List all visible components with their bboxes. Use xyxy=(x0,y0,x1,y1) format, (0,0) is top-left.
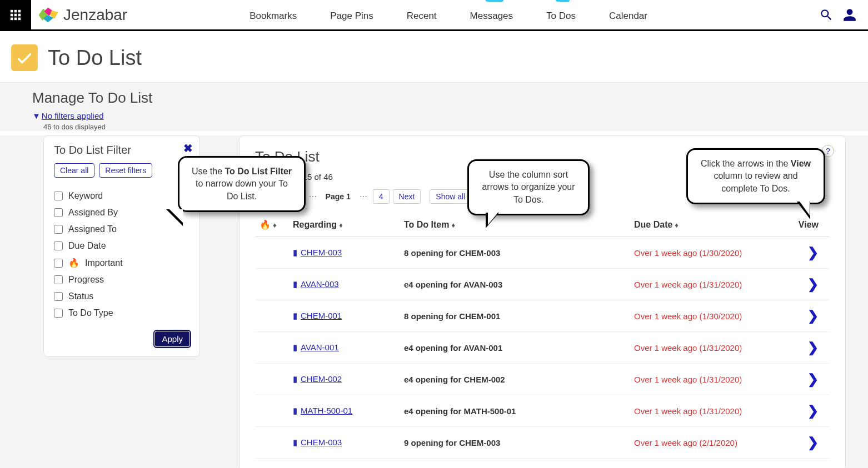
sort-icon[interactable]: ♦ xyxy=(339,221,343,229)
chk-assigned-to[interactable] xyxy=(54,225,63,234)
lbl-keyword: Keyword xyxy=(68,191,103,201)
filter-panel: ✖ To Do List Filter Clear all Reset filt… xyxy=(43,135,200,357)
nav-bookmarks[interactable]: Bookmarks xyxy=(250,11,297,31)
nav-messages[interactable]: 156Messages xyxy=(470,11,513,31)
content-row: ✖ To Do List Filter Clear all Reset filt… xyxy=(0,135,868,468)
close-filter-icon[interactable]: ✖ xyxy=(183,142,193,155)
chk-progress[interactable] xyxy=(54,275,63,284)
lbl-due-date: Due Date xyxy=(68,241,106,251)
book-icon: ▮ xyxy=(293,311,297,320)
top-nav: Jenzabar Bookmarks Page Pins Recent 156M… xyxy=(0,0,868,31)
search-icon[interactable] xyxy=(819,8,834,22)
view-arrow-icon[interactable]: ❯ xyxy=(785,427,830,459)
table-row: ▮MATH-500-01e4 opening for MATH-500-01Ov… xyxy=(255,395,830,427)
reset-filters-button[interactable]: Reset filters xyxy=(99,163,152,178)
todo-item-text: e4 opening for AVAN-003 xyxy=(400,269,630,300)
due-date-text: Over 1 week ago (1/30/2020) xyxy=(630,300,785,332)
lbl-important: Important xyxy=(85,258,123,268)
chk-status[interactable] xyxy=(54,292,63,301)
view-arrow-icon[interactable]: ❯ xyxy=(785,300,830,332)
filter-list: Keyword Assigned By Assigned To Due Date… xyxy=(54,188,189,321)
col-due-date[interactable]: Due Date♦ xyxy=(630,214,785,237)
book-icon: ▮ xyxy=(293,248,297,257)
nav-recent[interactable]: Recent xyxy=(407,11,437,31)
table-row: ▮CHEM-0039 opening for CHEM-003Over 1 we… xyxy=(255,427,830,459)
todo-item-text: 8 opening for CHEM-001 xyxy=(400,300,630,332)
regarding-link[interactable]: CHEM-003 xyxy=(301,248,342,257)
main-panel: ? To Do List Viewing 1 to 15 of 46 Prev … xyxy=(239,135,846,468)
chk-assigned-by[interactable] xyxy=(54,208,63,217)
svg-rect-1 xyxy=(14,9,17,12)
logo[interactable]: Jenzabar xyxy=(38,4,127,26)
no-filters-link[interactable]: No filters applied xyxy=(42,111,104,120)
regarding-link[interactable]: CHEM-003 xyxy=(301,437,342,447)
regarding-link[interactable]: CHEM-001 xyxy=(301,311,342,320)
table-row: ▮AVAN-001e4 opening for AVAN-001Over 1 w… xyxy=(255,332,830,364)
chk-todo-type[interactable] xyxy=(54,309,63,318)
nav-todos[interactable]: 42To Dos xyxy=(546,11,576,31)
svg-rect-0 xyxy=(11,9,13,12)
funnel-icon: ▼ xyxy=(32,111,41,120)
sort-icon[interactable]: ♦ xyxy=(675,221,679,229)
col-todo-item[interactable]: To Do Item♦ xyxy=(400,214,630,237)
book-icon: ▮ xyxy=(293,406,297,415)
col-regarding[interactable]: Regarding♦ xyxy=(288,214,400,237)
apps-button[interactable] xyxy=(0,0,31,31)
pager-next[interactable]: Next xyxy=(393,189,421,204)
book-icon: ▮ xyxy=(293,343,297,352)
subhead: Manage To Do List xyxy=(0,89,868,111)
due-date-text: Over 1 week ago (1/31/2020) xyxy=(630,332,785,364)
due-date-text: Over 1 week ago (1/31/2020) xyxy=(630,269,785,300)
logo-text: Jenzabar xyxy=(63,6,127,24)
col-important-icon[interactable]: 🔥 xyxy=(260,220,271,229)
nav-calendar[interactable]: Calendar xyxy=(609,11,647,31)
badge-messages: 156 xyxy=(486,0,503,2)
show-all-button[interactable]: Show all xyxy=(430,189,471,204)
sort-icon[interactable]: ♦ xyxy=(273,221,277,229)
book-icon: ▮ xyxy=(293,437,297,447)
nav-page-pins[interactable]: Page Pins xyxy=(330,11,373,31)
svg-rect-3 xyxy=(11,13,13,16)
clear-all-button[interactable]: Clear all xyxy=(54,163,94,178)
badge-todos: 42 xyxy=(556,0,570,2)
view-arrow-icon[interactable]: ❯ xyxy=(785,395,830,427)
book-icon: ▮ xyxy=(293,279,297,289)
lbl-todo-type: To Do Type xyxy=(68,308,113,318)
callout-view: Click the arrows in the View column to r… xyxy=(686,148,825,204)
nav-links: Bookmarks Page Pins Recent 156Messages 4… xyxy=(250,0,647,31)
chk-due-date[interactable] xyxy=(54,241,63,250)
chk-important[interactable] xyxy=(54,259,63,268)
lbl-assigned-by: Assigned By xyxy=(68,208,118,218)
table-row: ▮CHEM-0038 opening for CHEM-003Over 1 we… xyxy=(255,237,830,269)
chk-keyword[interactable] xyxy=(54,192,63,200)
filter-heading: To Do List Filter xyxy=(54,144,189,157)
svg-rect-2 xyxy=(18,9,21,12)
grid-icon xyxy=(9,9,22,21)
sort-icon[interactable]: ♦ xyxy=(451,221,455,229)
view-arrow-icon[interactable]: ❯ xyxy=(785,364,830,395)
view-arrow-icon[interactable]: ❯ xyxy=(785,269,830,300)
pager-dots-2: ⋯ xyxy=(357,192,370,201)
svg-rect-4 xyxy=(14,13,17,16)
view-arrow-icon[interactable]: ❯ xyxy=(785,237,830,269)
view-arrow-icon[interactable]: ❯ xyxy=(785,332,830,364)
regarding-link[interactable]: CHEM-002 xyxy=(301,374,342,384)
due-date-text: Over 1 week ago (2/1/2020) xyxy=(630,427,785,459)
todo-item-text: e4 opening for CHEM-002 xyxy=(400,364,630,395)
pager-dots-1: ⋯ xyxy=(307,192,319,201)
regarding-link[interactable]: AVAN-003 xyxy=(301,279,339,289)
filter-status: ▼No filters applied xyxy=(0,111,868,120)
callout-filter: Use the To Do List Filter to narrow down… xyxy=(178,156,306,212)
table-row: ▮CHEM-0018 opening for CHEM-001Over 1 we… xyxy=(255,300,830,332)
pager-current: Page 1 xyxy=(322,192,354,201)
pager-4[interactable]: 4 xyxy=(373,189,390,204)
logo-icon xyxy=(38,4,60,26)
displayed-count: 46 to dos displayed xyxy=(0,123,868,131)
lbl-status: Status xyxy=(68,291,93,301)
todo-item-text: 8 opening for CHEM-003 xyxy=(400,237,630,269)
user-icon[interactable] xyxy=(842,8,857,22)
regarding-link[interactable]: MATH-500-01 xyxy=(301,406,352,415)
regarding-link[interactable]: AVAN-001 xyxy=(301,343,339,352)
apply-button[interactable]: Apply xyxy=(155,331,189,346)
todo-item-text: e4 opening for MATH-500-01 xyxy=(400,395,630,427)
